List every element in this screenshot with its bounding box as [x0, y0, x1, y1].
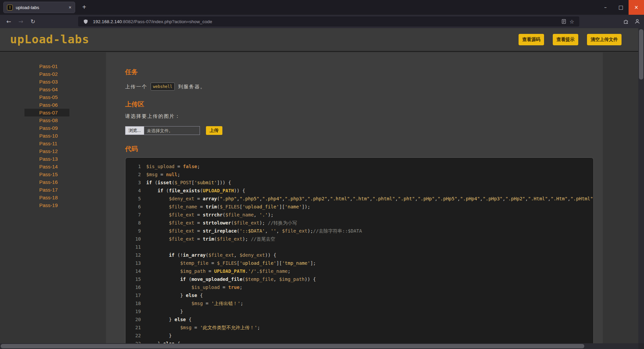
sidebar-item-pass-09[interactable]: Pass-09 — [24, 124, 69, 132]
code-line: 14 $img_path = UPLOAD_PATH.'/'.$file_nam… — [129, 267, 593, 275]
line-number: 3 — [129, 179, 141, 187]
code-line: 16 $is_upload = true; — [129, 283, 593, 291]
code-line: 13 $temp_file = $_FILES['upload_file']['… — [129, 259, 593, 267]
code-line: 17 } else { — [129, 291, 593, 299]
line-number: 19 — [129, 307, 141, 315]
shield-icon[interactable] — [82, 17, 90, 26]
browser-window: ⇧ upload-labs × + – □ × ← → ↻ 192.168.2.… — [0, 0, 644, 349]
clear-upload-button[interactable]: 清空上传文件 — [587, 34, 622, 45]
window-maximize-button[interactable]: □ — [613, 0, 629, 15]
code-line: 12 if (!in_array($file_ext, $deny_ext)) … — [129, 251, 593, 259]
account-icon[interactable] — [633, 17, 641, 26]
code-line: 5 $deny_ext = array(".php",".php5",".php… — [129, 195, 593, 203]
site-header: upLoad-labs 查看源码查看提示清空上传文件 — [0, 28, 638, 52]
code-line: 20 } else { — [129, 315, 593, 323]
sidebar-item-pass-18[interactable]: Pass-18 — [24, 194, 69, 201]
code-line: 8 $file_ext = strtolower($file_ext); //转… — [129, 219, 593, 227]
horizontal-scrollbar-thumb[interactable] — [1, 344, 584, 348]
back-icon[interactable]: ← — [3, 16, 14, 27]
line-number: 14 — [129, 267, 141, 275]
code-line: 21 $msg = '此文件类型不允许上传！'; — [129, 323, 593, 332]
page-viewport: upLoad-labs 查看源码查看提示清空上传文件 Pass-01Pass-0… — [0, 28, 644, 349]
line-number: 8 — [129, 219, 141, 227]
sidebar-item-pass-11[interactable]: Pass-11 — [24, 140, 69, 147]
horizontal-scrollbar[interactable] — [0, 343, 638, 349]
line-number: 15 — [129, 275, 141, 283]
window-controls: – □ × — [598, 0, 644, 15]
sidebar-item-pass-05[interactable]: Pass-05 — [24, 93, 69, 101]
window-minimize-button[interactable]: – — [598, 0, 613, 15]
url-bar[interactable]: 192.168.2.140:8082/Pass-07/index.php?act… — [78, 16, 579, 27]
line-number: 21 — [129, 323, 141, 332]
code-line: 3if (isset($_POST['submit'])) { — [129, 179, 593, 187]
url-path: :8082/Pass-07/index.php?action=show_code — [122, 19, 212, 24]
sidebar-item-pass-10[interactable]: Pass-10 — [24, 132, 69, 140]
extensions-icon[interactable] — [622, 17, 630, 26]
line-number: 22 — [129, 332, 141, 340]
sidebar-item-pass-01[interactable]: Pass-01 — [24, 62, 69, 70]
code-line: 15 if (move_uploaded_file($temp_file, $i… — [129, 275, 593, 283]
vertical-scrollbar-thumb[interactable] — [639, 29, 643, 80]
code-lines: 1$is_upload = false;2$msg = null;3if (is… — [129, 162, 593, 348]
line-number: 12 — [129, 251, 141, 259]
sidebar-item-pass-04[interactable]: Pass-04 — [24, 86, 69, 93]
site-logo: upLoad-labs — [10, 33, 89, 46]
tab-close-icon[interactable]: × — [69, 5, 71, 10]
header-actions: 查看源码查看提示清空上传文件 — [519, 34, 622, 45]
sidebar-item-pass-03[interactable]: Pass-03 — [24, 78, 69, 86]
code-line: 22 } — [129, 332, 593, 340]
task-text-after: 到服务器。 — [178, 83, 206, 90]
line-number: 9 — [129, 227, 141, 235]
code-line: 18 $msg = '上传出错！'; — [129, 299, 593, 307]
sidebar-item-pass-02[interactable]: Pass-02 — [24, 70, 69, 78]
code-line: 11 — [129, 243, 593, 251]
view-hint-button[interactable]: 查看提示 — [553, 34, 578, 45]
sidebar-item-pass-16[interactable]: Pass-16 — [24, 178, 69, 186]
code-line: 4 if (file_exists(UPLOAD_PATH)) { — [129, 187, 593, 195]
browser-tab[interactable]: ⇧ upload-labs × — [3, 2, 75, 13]
page-body: Pass-01Pass-02Pass-03Pass-04Pass-05Pass-… — [0, 52, 638, 349]
webshell-badge: webshell — [151, 83, 175, 91]
pass-list: Pass-01Pass-02Pass-03Pass-04Pass-05Pass-… — [24, 62, 69, 209]
window-close-button[interactable]: × — [629, 0, 644, 15]
tab-favicon-icon: ⇧ — [7, 5, 13, 10]
line-number: 13 — [129, 259, 141, 267]
vertical-scrollbar[interactable] — [638, 28, 644, 343]
task-text: 上传一个 webshell 到服务器。 — [125, 83, 603, 91]
sidebar-item-pass-13[interactable]: Pass-13 — [24, 155, 69, 163]
sidebar-item-pass-07[interactable]: Pass-07 — [24, 109, 69, 116]
code-line: 2$msg = null; — [129, 170, 593, 179]
file-input[interactable]: 未选择文件。 — [144, 126, 200, 135]
line-number: 7 — [129, 211, 141, 219]
line-number: 4 — [129, 187, 141, 195]
new-tab-button[interactable]: + — [79, 2, 89, 12]
line-number: 5 — [129, 195, 141, 203]
sidebar-item-pass-17[interactable]: Pass-17 — [24, 186, 69, 194]
code-block: 1$is_upload = false;2$msg = null;3if (is… — [125, 157, 594, 349]
url-text: 192.168.2.140:8082/Pass-07/index.php?act… — [93, 19, 560, 24]
line-number: 2 — [129, 170, 141, 179]
line-number: 16 — [129, 283, 141, 291]
line-number: 18 — [129, 299, 141, 307]
tab-bar: ⇧ upload-labs × + – □ × — [0, 0, 644, 15]
forward-icon[interactable]: → — [15, 16, 26, 27]
reload-icon[interactable]: ↻ — [28, 16, 38, 27]
line-number: 1 — [129, 162, 141, 170]
view-source-button[interactable]: 查看源码 — [519, 34, 544, 45]
upload-prompt: 请选择要上传的图片： — [125, 113, 603, 119]
main-content: 任务 上传一个 webshell 到服务器。 上传区 请选择要上传的图片： 浏览… — [106, 52, 603, 349]
sidebar-item-pass-08[interactable]: Pass-08 — [24, 116, 69, 124]
code-line: 6 $file_name = trim($_FILES['upload_file… — [129, 203, 593, 211]
sidebar-item-pass-12[interactable]: Pass-12 — [24, 147, 69, 155]
bookmark-star-icon[interactable]: ☆ — [568, 17, 576, 26]
sidebar-item-pass-14[interactable]: Pass-14 — [24, 163, 69, 170]
sidebar-item-pass-06[interactable]: Pass-06 — [24, 101, 69, 109]
upload-form: 浏览... 未选择文件。 上传 — [125, 126, 603, 135]
browse-button[interactable]: 浏览... — [125, 126, 144, 135]
sidebar-item-pass-19[interactable]: Pass-19 — [24, 201, 69, 209]
reader-view-icon[interactable] — [560, 17, 568, 26]
task-text-before: 上传一个 — [125, 83, 147, 90]
line-number: 10 — [129, 235, 141, 243]
upload-button[interactable]: 上传 — [206, 126, 222, 135]
sidebar-item-pass-15[interactable]: Pass-15 — [24, 170, 69, 178]
